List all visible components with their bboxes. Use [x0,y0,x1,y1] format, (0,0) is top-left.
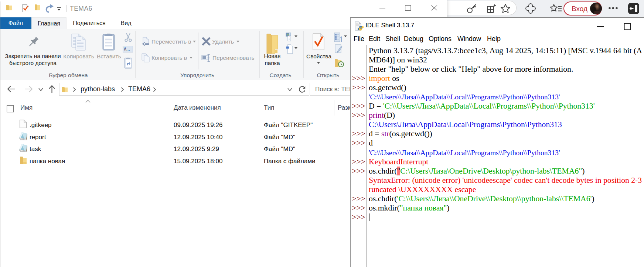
svg-text:\\...: \\... [124,47,130,52]
